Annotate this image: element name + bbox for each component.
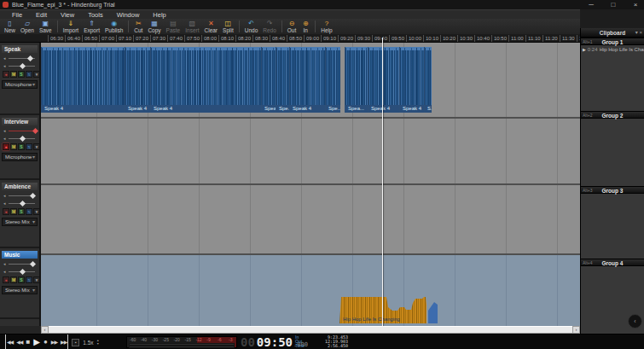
loop-frame-button[interactable]: ▪ xyxy=(72,339,79,346)
volume-slider[interactable]: ◂ xyxy=(3,193,36,199)
toolbar-new-button[interactable]: ▯New xyxy=(2,19,18,34)
stop-button[interactable]: ■ xyxy=(26,334,30,349)
pan-slider[interactable]: ◂ xyxy=(3,136,36,142)
mute-button[interactable]: M xyxy=(10,143,17,150)
toolbar-clear-button[interactable]: ✕Clear xyxy=(202,19,221,34)
clipboard-header[interactable]: Clipboard ▾ × xyxy=(581,28,644,38)
audio-clip-speak[interactable]: Speak 4 xyxy=(125,47,150,113)
solo-button[interactable]: S xyxy=(18,276,25,283)
toolbar-copy-button[interactable]: ▦Copy xyxy=(145,19,163,34)
volume-thumb[interactable] xyxy=(29,261,35,267)
input-select[interactable]: Microphone▾ xyxy=(2,80,38,89)
pan-slider[interactable]: ◂ xyxy=(3,269,36,275)
solo-button[interactable]: S xyxy=(18,208,25,215)
record-arm-button[interactable]: ● xyxy=(3,208,9,215)
track-head-interview[interactable]: Interview◂◂●MS≈▾Microphone▾ xyxy=(0,115,39,180)
track-head-ambience[interactable]: Ambience◂◂●MS≈▾Stereo Mix▾ xyxy=(0,180,39,248)
scroll-right-icon[interactable]: › xyxy=(572,326,580,334)
clipboard-group-header[interactable]: Alt+1Group 1 xyxy=(581,38,644,45)
track-head-speak[interactable]: Speak◂◂●MS≈▾Microphone▾ xyxy=(0,43,39,115)
menu-item-window[interactable]: Window xyxy=(110,10,147,20)
toolbar-export-button[interactable]: ⇑Export xyxy=(81,19,102,34)
clipboard-group-header[interactable]: Alt+3Group 3 xyxy=(581,186,644,194)
scroll-left-icon[interactable]: ‹ xyxy=(41,326,49,334)
pan-thumb[interactable] xyxy=(20,136,26,142)
volume-slider[interactable]: ◂ xyxy=(3,55,36,61)
toolbar-split-button[interactable]: ◫Split xyxy=(220,19,236,34)
solo-button[interactable]: S xyxy=(18,71,25,78)
spinner-down-icon[interactable]: ▾ xyxy=(97,342,99,346)
solo-button[interactable]: S xyxy=(18,143,25,150)
fx-button[interactable]: ≈ xyxy=(26,71,32,78)
collapse-panel-button[interactable]: ‹ xyxy=(628,314,642,329)
volume-slider[interactable]: ◂ xyxy=(3,261,36,267)
track-more-button[interactable]: ▾ xyxy=(33,143,39,150)
minimize-icon[interactable]: ─ xyxy=(586,0,596,9)
lane-music[interactable]: Hip Hop Life Is Changing xyxy=(41,253,580,326)
menu-item-file[interactable]: File xyxy=(5,10,29,20)
audio-clip-speak[interactable]: Spea... xyxy=(345,47,368,113)
record-arm-button[interactable]: ● xyxy=(3,143,9,150)
fx-button[interactable]: ≈ xyxy=(26,276,32,283)
audio-clip-music[interactable]: Hip Hop Life Is Changing xyxy=(339,294,426,323)
play-button[interactable]: ▶ xyxy=(33,334,40,349)
volume-thumb[interactable] xyxy=(32,128,38,134)
pan-slider[interactable]: ◂ xyxy=(3,201,36,206)
volume-slider[interactable]: ◂ xyxy=(3,128,36,134)
mute-button[interactable]: M xyxy=(10,276,17,283)
mute-button[interactable]: M xyxy=(10,208,17,215)
fx-button[interactable]: ≈ xyxy=(26,143,32,150)
skip-end-button[interactable]: ▶▶ xyxy=(61,334,68,349)
track-more-button[interactable]: ▾ xyxy=(33,276,39,283)
menu-item-tools[interactable]: Tools xyxy=(81,10,110,20)
scrollbar-thumb[interactable] xyxy=(49,326,572,334)
toolbar-help-button[interactable]: ?Help xyxy=(318,19,334,34)
timeline-ruler[interactable]: 06:3006:4006:5007:0007:1007:2007:3007:40… xyxy=(41,34,580,43)
input-select[interactable]: Stereo Mix▾ xyxy=(2,218,38,226)
lane-interview[interactable] xyxy=(41,117,580,183)
clipboard-group-header[interactable]: Alt+4Group 4 xyxy=(581,259,644,266)
timeline-lanes[interactable]: Speak 4Speak 4Speak 4Spea...Spe...Speak … xyxy=(41,43,580,326)
audio-clip-speak[interactable]: Spe... xyxy=(276,47,289,113)
fx-button[interactable]: ≈ xyxy=(26,208,32,215)
skip-start-button[interactable]: ◀◀ xyxy=(5,334,13,349)
audio-clip-speak[interactable]: Spea... xyxy=(261,47,276,113)
audio-clip-speak[interactable]: Spe... xyxy=(325,47,340,113)
speed-spinner[interactable]: ▴▾ xyxy=(97,339,99,346)
volume-thumb[interactable] xyxy=(27,55,33,61)
fast-forward-button[interactable]: ▶▶ xyxy=(51,334,57,349)
audio-clip-speak[interactable]: Speak 4 xyxy=(150,47,261,113)
toolbar-out-button[interactable]: ⊖Out xyxy=(285,19,299,34)
menu-item-help[interactable]: Help xyxy=(146,10,172,20)
clipboard-header-buttons[interactable]: ▾ × xyxy=(635,28,642,38)
close-icon[interactable]: × xyxy=(630,0,641,9)
input-select[interactable]: Stereo Mix▾ xyxy=(2,286,38,294)
toolbar-cut-button[interactable]: ✂Cut xyxy=(131,19,145,34)
lane-speak[interactable]: Speak 4Speak 4Speak 4Spea...Spe...Speak … xyxy=(41,43,580,117)
maximize-icon[interactable]: □ xyxy=(608,0,618,9)
rewind-button[interactable]: ◀◀ xyxy=(16,334,22,349)
audio-clip-small[interactable] xyxy=(428,300,438,323)
clipboard-item[interactable]: ▶0:24Hip Hop Life Is Chang... xyxy=(581,45,644,54)
mute-button[interactable]: M xyxy=(10,71,17,78)
audio-clip-speak[interactable]: Speak 4 xyxy=(41,47,125,113)
record-arm-button[interactable]: ● xyxy=(3,71,9,78)
audio-clip-speak[interactable]: S... xyxy=(424,47,432,113)
pan-slider[interactable]: ◂ xyxy=(3,63,36,69)
clipboard-group-header[interactable]: Alt+2Group 2 xyxy=(581,111,644,119)
horizontal-scrollbar[interactable]: ‹ › xyxy=(41,326,580,334)
record-arm-button[interactable]: ● xyxy=(3,276,9,283)
track-head-music[interactable]: Music◂◂●MS≈▾Stereo Mix▾ xyxy=(0,248,39,319)
toolbar-import-button[interactable]: ⇓Import xyxy=(61,19,81,34)
toolbar-publish-button[interactable]: ◉Publish xyxy=(102,19,125,34)
pan-thumb[interactable] xyxy=(20,201,26,206)
audio-clip-speak[interactable]: Speak 4 xyxy=(399,47,424,113)
track-more-button[interactable]: ▾ xyxy=(33,71,39,78)
menu-item-view[interactable]: View xyxy=(54,10,81,20)
audio-clip-speak[interactable]: Speak 4 xyxy=(368,47,399,113)
playback-speed[interactable]: 1.5x xyxy=(83,340,93,346)
playhead[interactable] xyxy=(382,38,383,326)
menu-item-edit[interactable]: Edit xyxy=(29,10,54,20)
track-more-button[interactable]: ▾ xyxy=(33,208,39,215)
toolbar-undo-button[interactable]: ↶Undo xyxy=(242,19,261,34)
